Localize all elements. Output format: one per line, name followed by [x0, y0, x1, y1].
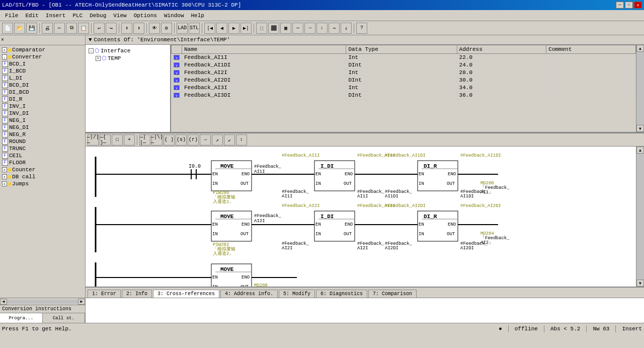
tb2-btn13[interactable]: ↕ [236, 134, 247, 146]
tab-comparison[interactable]: 7: Comparison [368, 290, 417, 298]
toolbar-box3[interactable]: ▦ [280, 23, 291, 34]
scroll-thumb-v[interactable] [636, 52, 644, 125]
expand-jumps[interactable]: + [2, 181, 7, 186]
toolbar-upload[interactable]: ⬆ [133, 23, 144, 34]
menu-edit[interactable]: Edit [22, 12, 41, 20]
tree-scrollbar-h[interactable]: ◀ ▶ [0, 298, 85, 305]
scroll-track-h[interactable] [7, 300, 78, 304]
contents-tree-temp[interactable]: + ⬡ TEMP [88, 54, 168, 62]
toolbar-download[interactable]: ⬇ [121, 23, 132, 34]
tb2-btn12[interactable]: ↙ [224, 134, 235, 146]
menu-debug[interactable]: Debug [87, 12, 109, 20]
tab-crossref[interactable]: 3: Cross-references [153, 290, 219, 298]
toolbar-nav3[interactable]: ▶ [228, 23, 239, 34]
table-row[interactable]: v Feedback_AI1I Int 22.0 [172, 54, 636, 61]
tb2-btn1[interactable]: —|/|— [88, 134, 99, 146]
toolbar-copy[interactable]: ⧉ [66, 23, 77, 34]
table-row[interactable]: v Feedback_AI2DI DInt 30.0 [172, 77, 636, 84]
expand-comparator[interactable]: + [2, 47, 7, 52]
menu-window[interactable]: Window [161, 12, 187, 20]
menu-help[interactable]: Help [188, 12, 207, 20]
tb2-btn2[interactable]: —( )— [100, 134, 111, 146]
toolbar-nav2[interactable]: ◀ [216, 23, 227, 34]
toolbar-box7[interactable]: ⇒ [329, 23, 340, 34]
toolbar-box1[interactable]: ⬚ [256, 23, 267, 34]
tree-converter[interactable]: - ▣ Converter [1, 53, 84, 60]
toolbar-box5[interactable]: → [304, 23, 315, 34]
tree-floor[interactable]: F FLOOR [1, 159, 84, 166]
expand-temp-icon[interactable]: + [96, 56, 101, 61]
tree-round[interactable]: F ROUND [1, 138, 84, 145]
expand-interface-icon[interactable]: - [89, 48, 94, 53]
tree-i-bcd[interactable]: F I_BCD [1, 67, 84, 75]
tab-modify[interactable]: 5: Modify [279, 290, 315, 298]
diag-scroll-up[interactable]: ▲ [636, 147, 644, 154]
table-scrollbar-v[interactable]: ▲ ▼ [636, 45, 644, 132]
col-datatype-header[interactable]: Data Type [346, 45, 457, 54]
tree-di-bcd[interactable]: F DI_BCD [1, 89, 84, 96]
toolbar-lad[interactable]: LAD [177, 23, 188, 34]
minimize-button[interactable]: ─ [616, 2, 624, 9]
toolbar-help[interactable]: ? [356, 23, 367, 34]
expand-db-call[interactable]: + [2, 174, 7, 179]
tab-error[interactable]: 1: Error [88, 290, 121, 298]
col-comment-header[interactable]: Comment [546, 45, 636, 54]
tb2-btn4[interactable]: + [124, 134, 135, 146]
tb2-btn11[interactable]: ↗ [212, 134, 223, 146]
col-name-header[interactable]: Name [182, 45, 346, 54]
diagram-scrollbar-v[interactable]: ▲ ▼ [636, 147, 644, 287]
expand-counter[interactable]: + [2, 167, 7, 172]
tree-inv-di[interactable]: F INV_DI [1, 110, 84, 117]
tab-diag[interactable]: 6: Diagnostics [316, 290, 367, 298]
toolbar-nav4[interactable]: ▶| [240, 23, 252, 34]
toolbar-settings[interactable]: ⚙ [161, 23, 172, 34]
table-row[interactable]: v Feedback_AI3I Int 34.0 [172, 84, 636, 92]
left-tab-progra[interactable]: Progra... [0, 313, 43, 323]
tree-jumps[interactable]: + ▣ Jumps [1, 180, 84, 187]
scroll-down-btn[interactable]: ▼ [636, 125, 644, 132]
toolbar-paste[interactable]: 📋 [78, 23, 89, 34]
scroll-right-btn[interactable]: ▶ [78, 299, 85, 305]
tree-inv-i[interactable]: F INV_I [1, 103, 84, 110]
restore-button[interactable]: ▫ [625, 2, 633, 9]
toolbar-nav1[interactable]: |◀ [204, 23, 215, 34]
tb2-btn3[interactable]: □ [112, 134, 123, 146]
tree-bcd-di[interactable]: F BCD_DI [1, 82, 84, 89]
tree-bcd-i[interactable]: F BCD_I [1, 60, 84, 67]
tree-neg-r[interactable]: F NEG_R [1, 131, 84, 138]
scroll-up-btn[interactable]: ▲ [636, 45, 644, 52]
contents-tree-interface[interactable]: - ⬡ Interface [88, 47, 168, 54]
tb2-btn9[interactable]: (r) [188, 134, 199, 146]
tab-info[interactable]: 2: Info [122, 290, 152, 298]
toolbar-box6[interactable]: ↓ [316, 23, 328, 34]
tb2-btn5[interactable]: —| |— [139, 134, 150, 146]
tree-neg-i[interactable]: F NEG_I [1, 117, 84, 124]
toolbar-print[interactable]: 🖨 [42, 23, 53, 34]
tb2-btn7[interactable]: ( ) [164, 134, 175, 146]
toolbar-stl[interactable]: STL [189, 23, 200, 34]
tree-comparator[interactable]: + ▣ Comparator [1, 46, 84, 53]
tree-ceil[interactable]: F CEIL [1, 152, 84, 159]
close-button[interactable]: ✕ [634, 2, 642, 9]
menu-insert[interactable]: Insert [43, 12, 69, 20]
tree-counter[interactable]: + ▣ Counter [1, 166, 84, 173]
toolbar-cut[interactable]: ✂ [54, 23, 65, 34]
collapse-icon[interactable]: ▼ [89, 37, 92, 43]
menu-plc[interactable]: PLC [69, 12, 86, 20]
menu-file[interactable]: File [2, 12, 21, 20]
diagram-canvas[interactable]: I0.0 MOVE EN ENO IN OUT PIW280 「模拟量输 [86, 147, 636, 287]
col-address-header[interactable]: Address [457, 45, 546, 54]
toolbar-box8[interactable]: ⇓ [341, 23, 352, 34]
left-tab-callst[interactable]: Call st. [43, 313, 86, 323]
tab-addrinfo[interactable]: 4: Address info. [220, 290, 278, 298]
diag-scroll-thumb[interactable] [636, 154, 644, 280]
tb2-btn10[interactable]: → [200, 134, 211, 146]
table-row[interactable]: v Feedback_AI3DI DInt 36.0 [172, 92, 636, 99]
menu-view[interactable]: View [110, 12, 129, 20]
toolbar-save[interactable]: 💾 [26, 23, 37, 34]
toolbar-undo[interactable]: ↩ [94, 23, 105, 34]
toolbar-box4[interactable]: — [292, 23, 303, 34]
tree-db-call[interactable]: + ▣ DB call [1, 173, 84, 180]
toolbar-monitor[interactable]: 👁 [149, 23, 160, 34]
toolbar-open[interactable]: 📂 [14, 23, 25, 34]
